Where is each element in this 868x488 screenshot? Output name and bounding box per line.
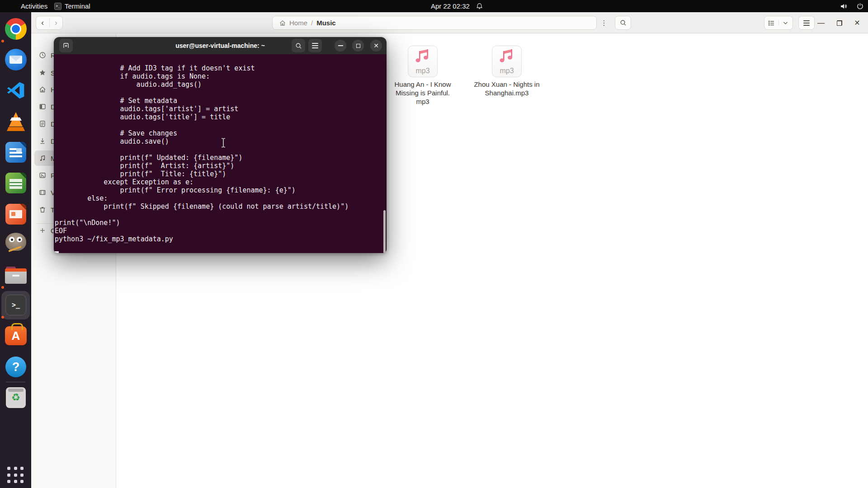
libreoffice-impress-icon[interactable] [4, 202, 28, 226]
music-note-glyph [498, 48, 516, 65]
mp3-file-icon: mp3 [408, 46, 438, 77]
file-tile-zhou-xuan[interactable]: mp3 Zhou Xuan - Nights in Shanghai.mp3 [467, 46, 547, 97]
terminal-app-icon: >_ [54, 3, 61, 10]
files-icon[interactable] [4, 263, 28, 287]
focused-app-indicator[interactable]: >_ Terminal [54, 0, 90, 12]
dock-separator [6, 382, 25, 382]
gimp-icon[interactable] [4, 230, 28, 254]
search-icon [295, 42, 302, 49]
back-button[interactable]: ‹ [36, 18, 49, 28]
view-options-dropdown[interactable] [778, 20, 793, 26]
libreoffice-writer-icon[interactable] [4, 140, 28, 164]
terminal-output: # Add ID3 tag if it doesn't exist if aud… [55, 64, 349, 243]
restore-icon [837, 20, 842, 26]
clock[interactable]: Apr 22 02:32 [431, 0, 470, 12]
terminal-header-bar[interactable]: user@user-virtual-machine: ~ ✕ [54, 37, 387, 54]
breadcrumb-separator: / [311, 19, 313, 27]
chrome-icon[interactable] [4, 17, 28, 41]
files-minimize-button[interactable]: — [814, 16, 828, 30]
volume-icon[interactable] [840, 0, 847, 12]
home-icon [39, 86, 46, 93]
forward-button[interactable]: › [49, 18, 63, 28]
download-icon [39, 137, 46, 145]
vscode-icon[interactable] [4, 78, 28, 103]
breadcrumb-home-label: Home [289, 19, 307, 27]
vlc-icon[interactable] [4, 109, 28, 133]
terminal-menu-button[interactable] [308, 39, 322, 52]
music-note-icon [39, 155, 46, 162]
terminal-close-button[interactable]: ✕ [370, 40, 382, 52]
search-icon [620, 19, 627, 26]
help-icon[interactable]: ? [4, 355, 28, 379]
power-icon[interactable] [857, 0, 863, 12]
list-view-icon [768, 19, 775, 27]
mp3-type-label: mp3 [415, 67, 429, 75]
activities-button[interactable]: Activities [21, 0, 47, 12]
hamburger-icon [803, 20, 810, 26]
list-view-button[interactable] [764, 19, 778, 27]
clock-label: Apr 22 02:32 [431, 2, 470, 10]
mp3-type-label: mp3 [500, 67, 514, 75]
plus-icon [39, 227, 46, 234]
film-icon [39, 189, 46, 196]
view-toggle-split-button [764, 16, 793, 30]
terminal-maximize-button[interactable] [352, 40, 364, 52]
notification-bell-icon [476, 0, 483, 12]
app-grid-icon[interactable] [4, 463, 28, 488]
files-maximize-button[interactable] [833, 16, 846, 30]
file-name: Huang An - I Know Missing is Painful. mp… [394, 80, 451, 106]
mp3-file-icon: mp3 [492, 46, 522, 77]
files-menu-button[interactable] [798, 16, 815, 30]
ubuntu-software-icon[interactable]: A [4, 324, 28, 348]
chevron-down-icon [783, 20, 788, 26]
terminal-minimize-button[interactable] [335, 40, 346, 52]
hamburger-icon [312, 43, 318, 48]
home-icon [279, 19, 286, 27]
terminal-dock-icon[interactable]: >_ [4, 293, 28, 317]
files-close-button[interactable]: ✕ [850, 16, 864, 30]
activities-label: Activities [21, 2, 47, 10]
trash-icon [39, 206, 46, 213]
path-bar[interactable]: Home / Music [272, 16, 597, 30]
clock-icon [39, 52, 46, 59]
search-button[interactable] [615, 16, 631, 30]
star-icon [39, 69, 46, 76]
dock: >_ A ? ♻ [0, 12, 31, 488]
terminal-body[interactable]: # Add ID3 tag if it doesn't exist if aud… [54, 54, 387, 253]
terminal-window: user@user-virtual-machine: ~ ✕ # Add ID3… [54, 37, 387, 253]
breadcrumb-current[interactable]: Music [316, 19, 336, 27]
file-name: Zhou Xuan - Nights in Shanghai.mp3 [474, 80, 539, 97]
thunderbird-icon[interactable] [4, 47, 28, 72]
top-bar: Activities >_ Terminal Apr 22 02:32 [0, 0, 868, 12]
focused-app-label: Terminal [65, 2, 90, 10]
trash-dock-icon[interactable]: ♻ [4, 385, 28, 410]
ibeam-cursor [221, 138, 226, 150]
breadcrumb-home[interactable]: Home [279, 19, 307, 27]
libreoffice-calc-icon[interactable] [4, 171, 28, 195]
terminal-scrollbar[interactable] [383, 210, 386, 253]
nav-buttons: ‹ › [36, 16, 63, 30]
files-header-bar: ‹ › Home / Music ⋮ — ✕ [31, 12, 868, 33]
terminal-search-button[interactable] [292, 39, 305, 52]
picture-icon [39, 172, 46, 179]
file-tile-huang-an[interactable]: mp3 Huang An - I Know Missing is Painful… [383, 46, 462, 106]
music-note-glyph [414, 48, 432, 65]
document-icon [39, 120, 46, 127]
desktop-icon [39, 103, 46, 110]
path-options-kebab-icon[interactable]: ⋮ [599, 16, 609, 30]
